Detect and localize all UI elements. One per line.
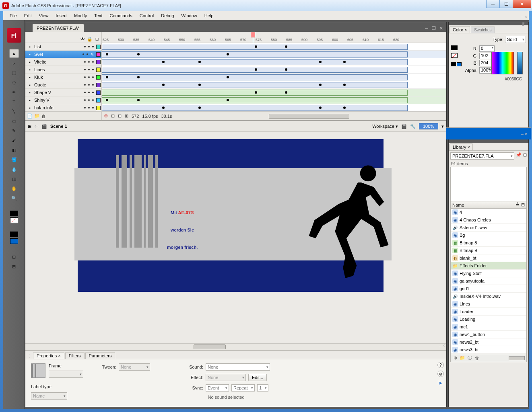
layer-color-box[interactable] [96, 90, 101, 95]
tab-swatches[interactable]: Swatches [471, 27, 495, 33]
stage-area[interactable]: Mit AE-07® werden Sie morgen frisch. [25, 132, 446, 343]
library-item[interactable]: ◉mc1 [451, 323, 526, 331]
tab-filters[interactable]: Filters [65, 352, 85, 359]
tween-combo[interactable]: None [119, 363, 150, 371]
layer-row[interactable]: ▪Vitejte [25, 58, 101, 66]
frame-row[interactable] [102, 66, 446, 74]
delete-layer-icon[interactable]: 🗑 [41, 114, 46, 119]
library-item[interactable]: ◉news2_bt [451, 338, 526, 346]
new-symbol-icon[interactable]: ⊕ [452, 355, 458, 361]
frame-row[interactable] [102, 58, 446, 66]
center-frame-icon[interactable]: ⊡ [111, 113, 115, 119]
pen-tool[interactable]: ✒ [9, 88, 19, 96]
library-item[interactable]: ◉new1_button [451, 331, 526, 338]
ink-bottle-tool[interactable]: ◧ [9, 146, 19, 154]
fill-type-combo[interactable]: Solid [505, 36, 526, 43]
snap-option-icon[interactable]: ⊡ [9, 252, 19, 261]
menu-text[interactable]: Text [91, 12, 105, 19]
eraser-tool[interactable]: ◫ [9, 174, 19, 183]
pencil-tool[interactable]: ✎ [9, 126, 19, 135]
zoom-tool[interactable]: 🔍 [9, 194, 19, 203]
menu-edit[interactable]: Edit [21, 12, 35, 19]
tab-color[interactable]: Color × [450, 26, 470, 33]
tab-properties[interactable]: Properties × [33, 352, 64, 359]
new-layer-icon[interactable]: 📄 [27, 113, 33, 119]
scene-name[interactable]: Scene 1 [50, 124, 67, 129]
no-color-icon[interactable] [451, 53, 458, 58]
library-item[interactable]: ◉news3_bt [451, 346, 526, 354]
eyedropper-tool[interactable]: 💧 [9, 165, 19, 174]
document-tab[interactable]: PREZENTACE7.FLA* [33, 24, 84, 32]
stage-h-scrollbar[interactable] [25, 343, 446, 351]
pin-library-icon[interactable]: 📌 [516, 152, 522, 160]
swap-colors-icon[interactable] [457, 62, 462, 66]
visibility-column-icon[interactable]: 👁 [80, 36, 85, 42]
layer-color-box[interactable] [96, 52, 101, 57]
library-item[interactable]: ▦Bitmap 8 [451, 239, 526, 247]
layer-color-box[interactable] [96, 98, 101, 102]
library-doc-combo[interactable]: PREZENTACE7.FLA [450, 152, 514, 160]
menu-modify[interactable]: Modify [71, 12, 90, 19]
text-tool[interactable]: T [9, 97, 19, 106]
library-item[interactable]: ◐blank_bt [451, 254, 526, 262]
default-colors-icon[interactable] [451, 62, 456, 66]
paint-bucket-tool[interactable]: 🪣 [9, 155, 19, 164]
labeltype-combo[interactable]: Name [31, 392, 67, 400]
layer-row[interactable]: ▪Lines [25, 66, 101, 74]
lib-h-scroll[interactable] [509, 356, 525, 360]
edit-scene-icon[interactable]: ⊞ [28, 124, 31, 129]
library-item[interactable]: 🔊InsideX-V4-Intro.wav [451, 293, 526, 300]
sync-combo[interactable]: Event [206, 384, 229, 392]
library-item[interactable]: ◉Bg [451, 232, 526, 239]
fill-color-chip[interactable] [10, 238, 18, 244]
library-item[interactable]: ▦Bitmap 9 [451, 247, 526, 254]
panel-grip-icon[interactable]: ⋮ [27, 354, 31, 359]
brush-tool[interactable]: 🖌 [9, 136, 19, 145]
hue-slider[interactable] [517, 52, 523, 74]
library-name-header[interactable]: Name ≜ ⊞ [450, 201, 527, 209]
library-item[interactable]: ◉Loader [451, 308, 526, 316]
menu-debug[interactable]: Debug [158, 12, 177, 19]
timeline-scrollbar[interactable] [269, 114, 349, 119]
frame-row[interactable] [102, 96, 446, 104]
workspace-menu[interactable]: Workspace ▾ [372, 124, 398, 129]
properties-lib-icon[interactable]: ⓘ [467, 355, 472, 361]
frame-row[interactable] [102, 43, 446, 51]
layer-color-box[interactable] [96, 83, 101, 87]
timeline-ruler[interactable]: 5255305355405455505555605655705755805855… [102, 32, 446, 43]
layer-row[interactable]: ▪List [25, 43, 101, 51]
new-folder-icon[interactable]: 📁 [34, 113, 40, 119]
effect-combo[interactable]: None [206, 374, 246, 381]
library-item[interactable]: ◉4 [451, 209, 526, 216]
free-transform-tool[interactable]: ⬚ [9, 68, 19, 77]
color-picker[interactable] [491, 52, 514, 74]
layer-row[interactable]: ▪Svet✎ [25, 51, 101, 58]
menu-control[interactable]: Control [136, 12, 157, 19]
library-item[interactable]: ◉Loading [451, 316, 526, 323]
edit-scene-dropdown-icon[interactable]: 🎬 [401, 124, 407, 129]
library-item[interactable]: ◉galaxyutopia [451, 277, 526, 285]
layer-color-box[interactable] [96, 75, 101, 80]
frames-grid[interactable] [102, 43, 446, 111]
edit-sound-button[interactable]: Edit... [248, 374, 267, 381]
layer-row[interactable]: ▪Shiny V [25, 96, 101, 104]
doc-close-icon[interactable]: ✕ [438, 25, 444, 31]
tab-parameters[interactable]: Parameters [85, 352, 115, 359]
line-tool[interactable]: ╲ [9, 107, 19, 116]
accessibility-icon[interactable]: ⊛ [437, 371, 444, 377]
hand-tool[interactable]: ✋ [9, 184, 19, 193]
frame-row[interactable] [102, 51, 446, 58]
layer-color-box[interactable] [96, 106, 101, 110]
layer-row[interactable]: ▪hulan.info [25, 104, 101, 111]
lock-column-icon[interactable]: 🔒 [87, 36, 93, 42]
lib-panel-close-icon[interactable]: ✕ [524, 132, 528, 136]
layer-row[interactable]: ▪Shape V [25, 89, 101, 96]
layer-row[interactable]: ▪Kluk [25, 74, 101, 81]
selection-tool[interactable]: ▲ [9, 49, 19, 58]
frame-row[interactable] [102, 81, 446, 89]
minimize-button[interactable]: ─ [486, 0, 500, 8]
delete-lib-icon[interactable]: 🗑 [474, 355, 480, 361]
sound-combo[interactable]: None [206, 363, 270, 371]
repeat-combo[interactable]: Repeat [231, 384, 255, 392]
library-panel-menu-icon[interactable]: ≡ [522, 20, 528, 25]
